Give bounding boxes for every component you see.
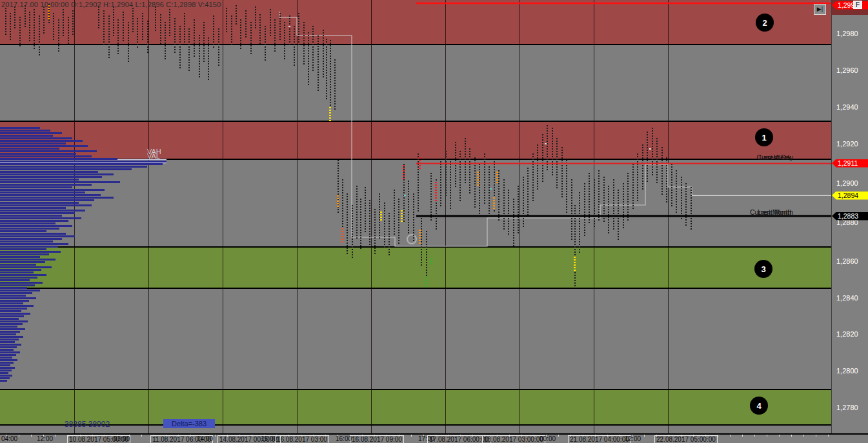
volume-totals: 38385 38002 [65, 420, 110, 429]
time-tick [56, 435, 56, 437]
time-tick [767, 435, 767, 437]
zone-badge-3: 3 [754, 260, 772, 278]
time-label: 21.08.2017 04:00:00 [568, 435, 631, 443]
time-label: 04:00 [1, 435, 17, 442]
zone-badge-2: 2 [756, 14, 774, 32]
time-label: 16.08.2017 03:00 [275, 435, 329, 443]
skip-to-latest-button[interactable]: ▶| [814, 4, 826, 15]
price-tick: 1,2800 [836, 367, 858, 375]
time-label: 18.08.2017 03:00:00 [482, 435, 545, 443]
ohlc-readout: 2017.17.00 10:00:00 O:1,2902 H:1,2904 L:… [1, 1, 221, 8]
follow-price-button[interactable]: F [853, 1, 862, 9]
time-tick [742, 435, 743, 437]
time-label: 14:00 [197, 435, 213, 442]
price-tick: 1,2840 [836, 294, 858, 302]
price-tag: 1,2911 [832, 159, 868, 168]
time-label: 03:00 [114, 435, 130, 442]
time-label: 12:00 [37, 435, 53, 442]
trading-chart-window: 2017.17.00 10:00:00 O:1,2902 H:1,2904 L:… [0, 0, 868, 443]
time-tick [644, 435, 645, 437]
price-tick: 1,2940 [836, 103, 858, 111]
time-label: 22.08.2017 05:00:00 [654, 435, 718, 443]
price-tick: 1,2860 [836, 257, 858, 265]
val-label: VAL [147, 152, 160, 160]
time-tick [816, 435, 816, 437]
price-tag: 1,2995 [832, 1, 868, 10]
time-tick [803, 435, 804, 437]
time-tick [791, 435, 792, 437]
time-tick [779, 435, 780, 437]
time-axis[interactable]: 04:0012:0010.08.2017 05:00:0003:0011.08.… [0, 433, 868, 443]
price-tick: 1,2920 [836, 140, 858, 148]
time-tick [730, 435, 731, 437]
time-tick [31, 435, 32, 437]
time-label: 12:00 [625, 435, 641, 442]
price-tick: 1,2780 [836, 404, 858, 411]
delta-readout: Delta=-383 [163, 419, 215, 428]
price-axis[interactable]: 1,29801,29601,29401,29201,29001,28801,28… [831, 0, 868, 433]
time-tick [411, 435, 412, 437]
time-tick [19, 435, 19, 437]
zone-badge-1: 1 [755, 128, 773, 146]
time-tick [718, 435, 718, 437]
level-lines-layer [0, 0, 831, 433]
time-label: 00:00 [540, 435, 556, 442]
price-tag: 1,2883 [832, 212, 868, 221]
time-tick [215, 435, 216, 437]
current-day-label: Current Day [756, 153, 793, 161]
price-tick: 1,2980 [836, 30, 858, 37]
price-tick: 1,2900 [836, 179, 858, 187]
time-tick [141, 435, 142, 437]
time-tick [754, 435, 755, 437]
time-tick [828, 435, 829, 437]
chart-canvas[interactable]: 2017.17.00 10:00:00 O:1,2902 H:1,2904 L:… [0, 0, 831, 433]
zone-badge-4: 4 [750, 397, 768, 415]
time-label: 17.08.2017 06:00:00 [427, 435, 490, 443]
time-tick [558, 435, 559, 437]
price-tick: 1,2960 [836, 66, 858, 74]
price-tick: 1,2820 [836, 330, 858, 338]
time-label: 16.08.2017 09:00 [350, 435, 404, 443]
current-month-label: Current Month [750, 208, 793, 216]
price-tag: 1,2894 [832, 192, 868, 200]
